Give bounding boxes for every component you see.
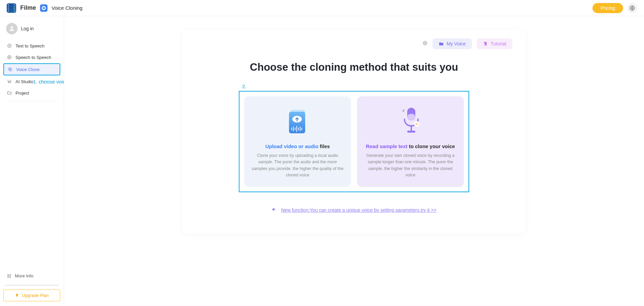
tts-icon [7, 43, 12, 48]
usage-bar [5, 284, 59, 286]
sidebar: Log in Text to Speech Speech to Speech V… [0, 16, 64, 306]
svg-point-12 [425, 42, 425, 42]
more-info-label: More Info [15, 273, 33, 278]
folder-voice-icon [439, 41, 444, 46]
header: Filme Voice Cloning Pricing [0, 0, 644, 16]
svg-point-1 [11, 26, 13, 29]
upgrade-label: Upgrade Plan [22, 293, 49, 298]
ai-studio-icon [7, 79, 12, 84]
microphone-illustration [364, 106, 456, 138]
app-name: Filme [20, 4, 36, 11]
pricing-button[interactable]: Pricing [592, 3, 623, 13]
upload-card-title: Upload video or audio files [252, 143, 344, 149]
nav-list: Text to Speech Speech to Speech Voice Cl… [3, 40, 60, 103]
svg-rect-6 [7, 274, 9, 276]
read-method-card[interactable]: Read sample text to clone your voice Gen… [357, 96, 464, 187]
header-right: Pricing [592, 3, 637, 13]
page-title: Voice Cloning [52, 5, 83, 11]
sidebar-item-label: Voice Clone [16, 67, 39, 72]
svg-rect-11 [425, 43, 425, 44]
header-left: Filme Voice Cloning [7, 3, 83, 13]
my-voice-button[interactable]: My Voice [432, 38, 472, 49]
nav-divider [7, 101, 57, 101]
sidebar-bottom: More Info Upgrade Plan [3, 271, 60, 301]
diamond-icon [15, 293, 19, 298]
read-title-rest: to clone your voice [408, 143, 455, 149]
read-title-highlight: Read sample text [366, 143, 407, 149]
read-card-desc: Generate your own cloned voice by record… [364, 152, 456, 179]
my-voice-label: My Voice [447, 41, 466, 46]
cards-highlight-box: Upload video or audio files Clone your v… [239, 91, 469, 192]
read-card-title: Read sample text to clone your voice [364, 143, 456, 149]
svg-rect-8 [7, 276, 9, 278]
panel-top-actions: My Voice Tutorial [196, 38, 512, 49]
more-info-button[interactable]: More Info [3, 271, 60, 281]
sidebar-item-speech-to-speech[interactable]: Speech to Speech [3, 52, 60, 63]
sts-icon [7, 55, 12, 60]
voice-clone-icon [7, 67, 13, 72]
method-cards: Upload video or audio files Clone your v… [244, 96, 464, 187]
svg-rect-24 [407, 114, 415, 121]
annotation-step2: 2. [242, 83, 247, 89]
svg-rect-7 [9, 274, 11, 276]
new-function-link[interactable]: New function:You can create a unique voi… [281, 207, 437, 213]
avatar-icon[interactable] [6, 23, 18, 34]
new-function-section: New function:You can create a unique voi… [196, 207, 512, 213]
sidebar-item-voice-clone[interactable]: Voice Clone [3, 63, 60, 75]
folder-icon [7, 90, 12, 96]
app-logo-icon [7, 3, 16, 13]
info-icon[interactable] [422, 40, 428, 47]
grid-icon [7, 274, 11, 278]
main-content: My Voice Tutorial Choose the cloning met… [64, 16, 644, 306]
sidebar-item-label: Text to Speech [15, 43, 44, 48]
upload-illustration [252, 106, 344, 138]
upload-method-card[interactable]: Upload video or audio files Clone your v… [244, 96, 351, 187]
panel-title: Choose the cloning method that suits you [196, 61, 512, 73]
svg-point-2 [8, 44, 11, 48]
login-link[interactable]: Log in [21, 26, 34, 31]
sidebar-item-label: Project [15, 91, 29, 96]
upload-title-highlight: Upload video or audio [265, 143, 319, 149]
voice-clone-panel: My Voice Tutorial Choose the cloning met… [182, 30, 526, 233]
user-section: Log in [3, 21, 60, 40]
sidebar-item-project[interactable]: Project [3, 88, 60, 98]
upload-card-desc: Clone your voice by uploading a local au… [252, 152, 344, 179]
sidebar-item-text-to-speech[interactable]: Text to Speech [3, 40, 60, 51]
tutorial-button[interactable]: Tutorial [477, 38, 512, 49]
voice-badge-icon [40, 4, 47, 12]
language-button[interactable] [627, 3, 637, 13]
globe-icon [629, 5, 635, 11]
speaker-icon [271, 207, 278, 213]
upload-title-rest: files [318, 143, 330, 149]
book-icon [483, 41, 488, 46]
sidebar-item-label: Speech to Speech [15, 55, 51, 60]
sidebar-item-label: AI Studio [15, 79, 33, 84]
svg-rect-26 [407, 131, 415, 133]
tutorial-label: Tutorial [491, 41, 506, 46]
upgrade-plan-button[interactable]: Upgrade Plan [3, 290, 60, 301]
svg-rect-9 [9, 276, 11, 278]
